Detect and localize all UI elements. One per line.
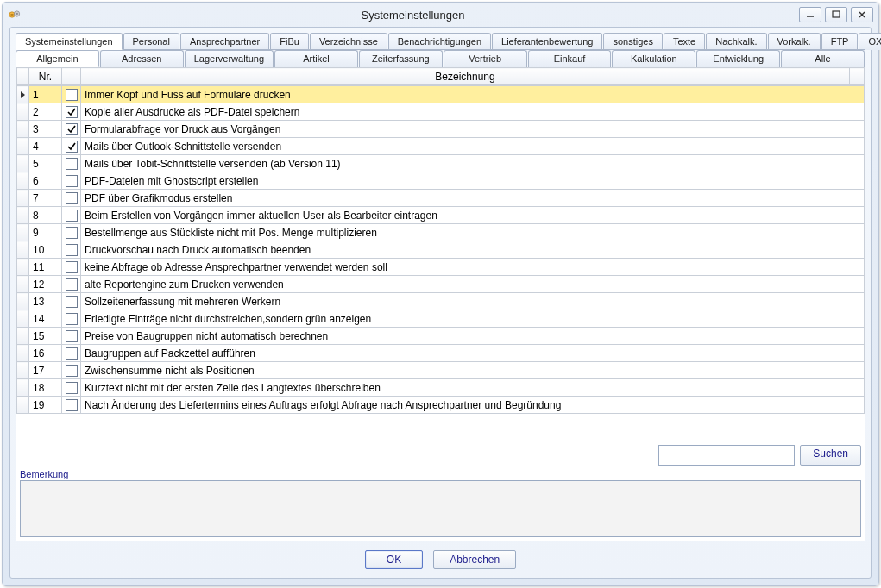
remark-textarea[interactable] — [20, 480, 861, 537]
row-indicator — [17, 276, 29, 293]
grid-scroll-area[interactable]: 1Immer Kopf und Fuss auf Formulare druck… — [16, 85, 865, 424]
cell-checkbox[interactable] — [62, 207, 81, 224]
tab-fibu[interactable]: FiBu — [270, 33, 309, 50]
cell-checkbox[interactable] — [62, 190, 81, 207]
search-input[interactable] — [658, 445, 795, 466]
table-row[interactable]: 8Beim Erstellen von Vorgängen immer aktu… — [17, 207, 865, 224]
window-minimize-button[interactable] — [799, 7, 821, 22]
tab-nachkalk[interactable]: Nachkalk. — [706, 33, 766, 50]
grid-header-desc[interactable]: Bezeichnung — [81, 68, 850, 85]
row-indicator — [17, 138, 29, 155]
dialog-buttons: OK Abbrechen — [16, 541, 865, 572]
tab-oxid[interactable]: OXID — [859, 33, 881, 50]
cell-checkbox[interactable] — [62, 397, 81, 414]
cell-checkbox[interactable] — [62, 310, 81, 328]
tab-sonstiges[interactable]: sonstiges — [603, 33, 662, 50]
cell-nr: 14 — [29, 310, 62, 328]
table-row[interactable]: 19Nach Änderung des Liefertermins eines … — [17, 397, 865, 414]
subtab-artikel[interactable]: Artikel — [274, 50, 358, 67]
grid-header-chk[interactable] — [62, 68, 81, 85]
window-maximize-button[interactable] — [825, 7, 847, 22]
row-indicator — [17, 86, 29, 103]
subtab-lagerverwaltung[interactable]: Lagerverwaltung — [185, 50, 274, 67]
cell-description: Zwischensumme nicht als Positionen — [81, 362, 865, 379]
table-row[interactable]: 4Mails über Outlook-Schnittstelle versen… — [17, 138, 865, 155]
table-row[interactable]: 10Druckvorschau nach Druck automatisch b… — [17, 241, 865, 259]
table-row[interactable]: 15Preise von Baugruppen nicht automatisc… — [17, 328, 865, 345]
cell-checkbox[interactable] — [62, 138, 81, 155]
cell-description: Beim Erstellen von Vorgängen immer aktue… — [81, 207, 865, 224]
table-row[interactable]: 12alte Reportengine zum Drucken verwende… — [17, 276, 865, 293]
table-row[interactable]: 13Sollzeitenerfassung mit mehreren Werke… — [17, 293, 865, 310]
cell-nr: 18 — [29, 379, 62, 397]
main-tabbar: SystemeinstellungenPersonalAnsprechpartn… — [16, 33, 865, 50]
table-row[interactable]: 9Bestellmenge aus Stückliste nicht mit P… — [17, 224, 865, 241]
svg-rect-5 — [833, 11, 840, 17]
window-close-button[interactable] — [851, 7, 873, 22]
subtab-entwicklung[interactable]: Entwicklung — [696, 50, 780, 67]
table-row[interactable]: 2Kopie aller Ausdrucke als PDF-Datei spe… — [17, 103, 865, 121]
subtab-alle[interactable]: Alle — [781, 50, 865, 67]
cell-checkbox[interactable] — [62, 86, 81, 103]
cell-nr: 19 — [29, 397, 62, 414]
tab-ftp[interactable]: FTP — [821, 33, 859, 50]
ok-button[interactable]: OK — [365, 550, 423, 569]
tab-texte[interactable]: Texte — [664, 33, 705, 50]
cell-checkbox[interactable] — [62, 328, 81, 345]
cell-checkbox[interactable] — [62, 241, 81, 259]
cell-description: Druckvorschau nach Druck automatisch bee… — [81, 241, 865, 259]
table-row[interactable]: 18Kurztext nicht mit der ersten Zeile de… — [17, 379, 865, 397]
subtab-adressen[interactable]: Adressen — [100, 50, 184, 67]
cell-nr: 13 — [29, 293, 62, 310]
table-row[interactable]: 16Baugruppen auf Packzettel aufführen — [17, 345, 865, 362]
cell-checkbox[interactable] — [62, 155, 81, 172]
table-row[interactable]: 11keine Abfrage ob Adresse Ansprechpartn… — [17, 259, 865, 276]
cell-description: alte Reportengine zum Drucken verwenden — [81, 276, 865, 293]
app-icon — [8, 8, 22, 22]
grid-header-handle[interactable] — [17, 68, 29, 85]
row-indicator — [17, 362, 29, 379]
cell-checkbox[interactable] — [62, 276, 81, 293]
tab-systemeinstellungen[interactable]: Systemeinstellungen — [16, 33, 123, 50]
cancel-button[interactable]: Abbrechen — [433, 550, 516, 569]
table-row[interactable]: 17Zwischensumme nicht als Positionen — [17, 362, 865, 379]
cell-checkbox[interactable] — [62, 362, 81, 379]
svg-rect-3 — [16, 13, 18, 15]
cell-checkbox[interactable] — [62, 293, 81, 310]
subtab-einkauf[interactable]: Einkauf — [528, 50, 612, 67]
search-button[interactable]: Suchen — [800, 445, 861, 466]
table-row[interactable]: 1Immer Kopf und Fuss auf Formulare druck… — [17, 86, 865, 103]
cell-checkbox[interactable] — [62, 121, 81, 138]
subtab-zeiterfassung[interactable]: Zeiterfassung — [359, 50, 443, 67]
cell-checkbox[interactable] — [62, 224, 81, 241]
svg-line-7 — [859, 12, 865, 17]
subtab-kalkulation[interactable]: Kalkulation — [612, 50, 695, 67]
cell-description: PDF-Dateien mit Ghostscript erstellen — [81, 172, 865, 190]
tab-lieferantenbewertung[interactable]: Lieferantenbewertung — [492, 33, 602, 50]
tab-verzeichnisse[interactable]: Verzeichnisse — [310, 33, 387, 50]
tab-vorkalk[interactable]: Vorkalk. — [768, 33, 821, 50]
tab-personal[interactable]: Personal — [123, 33, 179, 50]
table-row[interactable]: 5Mails über Tobit-Schnittstelle versende… — [17, 155, 865, 172]
row-indicator — [17, 190, 29, 207]
table-row[interactable]: 14Erledigte Einträge nicht durchstreiche… — [17, 310, 865, 328]
table-row[interactable]: 7PDF über Grafikmodus erstellen — [17, 190, 865, 207]
cell-checkbox[interactable] — [62, 172, 81, 190]
subtab-vertrieb[interactable]: Vertrieb — [444, 50, 527, 67]
cell-nr: 11 — [29, 259, 62, 276]
tab-ansprechpartner[interactable]: Ansprechpartner — [180, 33, 269, 50]
cell-nr: 16 — [29, 345, 62, 362]
cell-checkbox[interactable] — [62, 259, 81, 276]
grid-horizontal-scrollbar[interactable] — [16, 424, 865, 438]
tab-benachrichtigungen[interactable]: Benachrichtigungen — [388, 33, 491, 50]
cell-checkbox[interactable] — [62, 379, 81, 397]
table-row[interactable]: 3Formularabfrage vor Druck aus Vorgängen — [17, 121, 865, 138]
table-row[interactable]: 6PDF-Dateien mit Ghostscript erstellen — [17, 172, 865, 190]
cell-nr: 8 — [29, 207, 62, 224]
subtab-allgemein[interactable]: Allgemein — [16, 50, 99, 67]
grid-header-nr[interactable]: Nr. — [29, 68, 62, 85]
tab-content: Nr. Bezeichnung — [16, 67, 865, 541]
cell-nr: 15 — [29, 328, 62, 345]
cell-checkbox[interactable] — [62, 345, 81, 362]
cell-checkbox[interactable] — [62, 103, 81, 121]
